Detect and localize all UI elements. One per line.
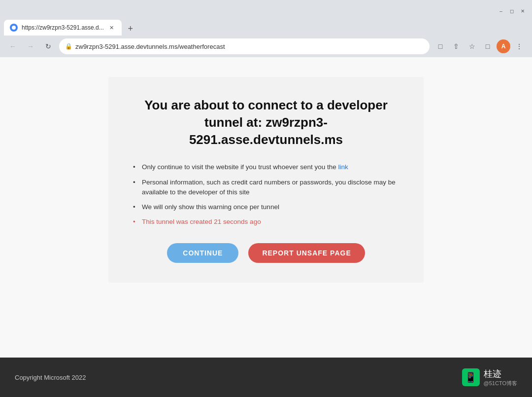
sub-brand: @51CTO博客 <box>484 380 517 387</box>
bullet-1: Only continue to visit the website if yo… <box>133 162 399 172</box>
bullet-3: We will only show this warning once per … <box>133 202 399 212</box>
button-row: CONTINUE REPORT UNSAFE PAGE <box>133 243 399 263</box>
address-bar[interactable]: 🔒 zw9rzpn3-5291.asse.devtunnels.ms/weath… <box>59 38 430 54</box>
footer-copyright: Copyright Microsoft 2022 <box>15 374 86 381</box>
tab-favicon <box>10 24 18 32</box>
window-controls: – ◻ ✕ <box>498 7 526 14</box>
profile-icon[interactable]: A <box>497 39 510 53</box>
brand-info: 桂迹 @51CTO博客 <box>484 368 517 387</box>
browser-content: You are about to connect to a developer … <box>0 57 532 358</box>
bullet-2: Personal information, such as credit car… <box>133 178 399 198</box>
active-tab[interactable]: https://zw9rzpn3-5291.asse.d... ✕ <box>4 20 122 36</box>
share-icon[interactable]: ⇧ <box>449 39 463 53</box>
address-text: zw9rzpn3-5291.asse.devtunnels.ms/weather… <box>75 43 424 50</box>
close-button[interactable]: ✕ <box>519 7 526 14</box>
new-tab-button[interactable]: + <box>124 22 137 36</box>
tab-title: https://zw9rzpn3-5291.asse.d... <box>22 24 104 31</box>
bullet-4: This tunnel was created 21 seconds ago <box>133 217 399 227</box>
wechat-icon: 📱 <box>462 368 480 386</box>
address-bar-row: ← → ↻ 🔒 zw9rzpn3-5291.asse.devtunnels.ms… <box>0 36 532 57</box>
tab-bar: https://zw9rzpn3-5291.asse.d... ✕ + <box>0 18 532 36</box>
bullet-list: Only continue to visit the website if yo… <box>133 162 399 227</box>
continue-button[interactable]: CONTINUE <box>167 243 238 263</box>
link-anchor[interactable]: link <box>338 163 348 171</box>
minimize-button[interactable]: – <box>498 7 504 14</box>
cast-icon[interactable]: □ <box>433 39 447 53</box>
brand-name: 桂迹 <box>484 368 517 380</box>
footer: Copyright Microsoft 2022 📱 桂迹 @51CTO博客 <box>0 358 532 397</box>
warning-title: You are about to connect to a developer … <box>133 97 399 148</box>
title-bar: – ◻ ✕ <box>0 0 532 18</box>
tab-close-button[interactable]: ✕ <box>108 24 116 32</box>
footer-brand: 📱 桂迹 @51CTO博客 <box>462 368 517 387</box>
browser-chrome: – ◻ ✕ https://zw9rzpn3-5291.asse.d... ✕ … <box>0 0 532 57</box>
forward-button[interactable]: → <box>24 39 37 53</box>
warning-card: You are about to connect to a developer … <box>108 77 424 283</box>
toolbar-icons: □ ⇧ ☆ □ A ⋮ <box>433 39 526 53</box>
back-button[interactable]: ← <box>6 39 20 53</box>
page-body: You are about to connect to a developer … <box>0 57 532 358</box>
menu-icon[interactable]: ⋮ <box>512 39 526 53</box>
reload-button[interactable]: ↻ <box>41 39 55 53</box>
report-unsafe-button[interactable]: REPORT UNSAFE PAGE <box>248 243 365 263</box>
lock-icon: 🔒 <box>65 43 72 50</box>
bookmark-icon[interactable]: ☆ <box>465 39 479 53</box>
extensions-icon[interactable]: □ <box>481 39 495 53</box>
maximize-button[interactable]: ◻ <box>508 7 515 14</box>
